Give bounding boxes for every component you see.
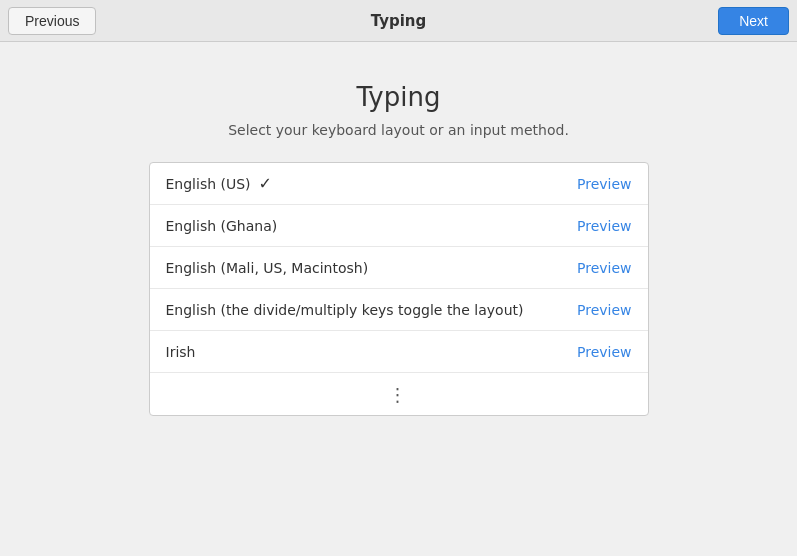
- keyboard-layout-name-1: English (US) ✓: [166, 174, 578, 193]
- selected-checkmark-icon: ✓: [259, 174, 279, 193]
- page-title: Typing: [357, 82, 441, 112]
- layout-name-text-5: Irish: [166, 344, 196, 360]
- keyboard-layout-row-5[interactable]: Irish Preview: [150, 331, 648, 373]
- topbar-title: Typing: [371, 12, 427, 30]
- keyboard-layout-name-2: English (Ghana): [166, 218, 578, 234]
- layout-name-text-2: English (Ghana): [166, 218, 278, 234]
- keyboard-layout-row-3[interactable]: English (Mali, US, Macintosh) Preview: [150, 247, 648, 289]
- preview-link-2[interactable]: Preview: [577, 218, 632, 234]
- preview-link-1[interactable]: Preview: [577, 176, 632, 192]
- keyboard-layout-name-5: Irish: [166, 344, 578, 360]
- keyboard-layout-row-4[interactable]: English (the divide/multiply keys toggle…: [150, 289, 648, 331]
- keyboard-layout-name-3: English (Mali, US, Macintosh): [166, 260, 578, 276]
- more-options-row[interactable]: ⋮: [150, 373, 648, 415]
- preview-link-5[interactable]: Preview: [577, 344, 632, 360]
- keyboard-layout-name-4: English (the divide/multiply keys toggle…: [166, 302, 578, 318]
- layout-name-text-1: English (US): [166, 176, 251, 192]
- top-bar: Previous Typing Next: [0, 0, 797, 42]
- layout-name-text-4: English (the divide/multiply keys toggle…: [166, 302, 524, 318]
- keyboard-layout-list: English (US) ✓ Preview English (Ghana) P…: [149, 162, 649, 416]
- page-subtitle: Select your keyboard layout or an input …: [228, 122, 569, 138]
- main-content: Typing Select your keyboard layout or an…: [0, 42, 797, 416]
- keyboard-layout-row-1[interactable]: English (US) ✓ Preview: [150, 163, 648, 205]
- previous-button[interactable]: Previous: [8, 7, 96, 35]
- preview-link-4[interactable]: Preview: [577, 302, 632, 318]
- layout-name-text-3: English (Mali, US, Macintosh): [166, 260, 369, 276]
- next-button[interactable]: Next: [718, 7, 789, 35]
- preview-link-3[interactable]: Preview: [577, 260, 632, 276]
- more-options-icon[interactable]: ⋮: [389, 384, 409, 405]
- keyboard-layout-row-2[interactable]: English (Ghana) Preview: [150, 205, 648, 247]
